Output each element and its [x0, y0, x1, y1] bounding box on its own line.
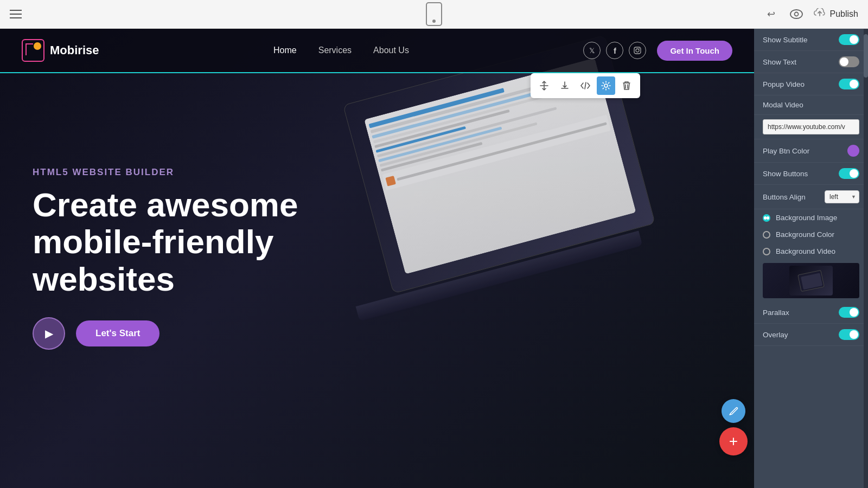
- bg-video-label: Background Video: [776, 247, 835, 255]
- nav-right: 𝕏 f Get In Touch: [583, 41, 732, 61]
- section-code-button[interactable]: [576, 76, 595, 95]
- nav-social: 𝕏 f: [583, 42, 646, 59]
- settings-show-text: Show Text: [754, 51, 868, 73]
- bg-color-label: Background Color: [776, 230, 834, 239]
- show-text-label: Show Text: [763, 58, 839, 66]
- bg-image-radio[interactable]: [763, 214, 770, 222]
- play-btn-color-label: Play Btn Color: [763, 147, 847, 155]
- overlay-label: Overlay: [763, 331, 839, 339]
- twitter-icon[interactable]: 𝕏: [583, 42, 601, 59]
- undo-icon[interactable]: ↩: [764, 7, 779, 22]
- hero-title-line2: mobile-friendly websites: [33, 223, 273, 297]
- settings-bg-color[interactable]: Background Color: [754, 226, 868, 243]
- toolbar-right: ↩ Publish: [764, 7, 858, 22]
- settings-show-subtitle: Show Subtitle: [754, 29, 868, 51]
- fab-edit-button[interactable]: [722, 399, 745, 423]
- bg-color-radio[interactable]: [763, 231, 770, 239]
- get-in-touch-button[interactable]: Get In Touch: [657, 41, 732, 61]
- bg-thumb-laptop: [797, 269, 825, 291]
- play-button[interactable]: ▶: [33, 317, 65, 350]
- publish-button[interactable]: Publish: [814, 8, 858, 21]
- buttons-align-dropdown-wrapper: left center right: [825, 190, 859, 203]
- nav-link-services[interactable]: Services: [318, 46, 352, 55]
- toolbar-center: [426, 2, 442, 26]
- settings-modal-video-label-row: Modal Video: [754, 95, 868, 115]
- settings-scrollbar[interactable]: [864, 29, 868, 488]
- toolbar-left: [10, 10, 22, 18]
- nav-link-home[interactable]: Home: [273, 46, 297, 55]
- svg-rect-2: [634, 47, 641, 54]
- settings-modal-video-input-row: [754, 115, 868, 139]
- mobile-preview-icon[interactable]: [426, 2, 442, 26]
- section-settings-button[interactable]: [597, 76, 615, 95]
- settings-overlay: Overlay: [754, 324, 868, 346]
- modal-video-input[interactable]: [763, 119, 859, 134]
- instagram-icon[interactable]: [629, 42, 646, 59]
- publish-label: Publish: [830, 9, 858, 19]
- preview-area: Mobirise Home Services About Us 𝕏 f: [0, 29, 754, 488]
- hamburger-menu-button[interactable]: [10, 10, 22, 18]
- scrollbar-thumb[interactable]: [864, 34, 868, 78]
- preview-nav: Mobirise Home Services About Us 𝕏 f: [0, 29, 754, 73]
- settings-parallax: Parallax: [754, 301, 868, 324]
- settings-panel: Show Subtitle Show Text Popup Video Moda…: [754, 29, 868, 488]
- hero-section: HTML5 WEBSITE BUILDER Create awesome mob…: [0, 29, 754, 488]
- settings-play-btn-color: Play Btn Color: [754, 139, 868, 163]
- svg-point-1: [794, 12, 798, 16]
- buttons-align-label: Buttons Align: [763, 193, 825, 201]
- bg-video-radio[interactable]: [763, 248, 770, 255]
- modal-video-label: Modal Video: [763, 101, 859, 109]
- top-toolbar: ↩ Publish: [0, 0, 868, 29]
- fab-add-button[interactable]: +: [719, 427, 748, 455]
- play-btn-color-swatch[interactable]: [847, 145, 859, 157]
- nav-links: Home Services About Us: [273, 46, 409, 55]
- hero-content: HTML5 WEBSITE BUILDER Create awesome mob…: [33, 167, 385, 350]
- hero-title-line1: Create awesome: [33, 186, 298, 223]
- settings-bg-video[interactable]: Background Video: [754, 243, 868, 260]
- section-delete-button[interactable]: [617, 76, 636, 95]
- popup-video-toggle[interactable]: [839, 79, 859, 89]
- show-subtitle-label: Show Subtitle: [763, 36, 839, 44]
- bg-thumbnail: [763, 263, 859, 298]
- popup-video-label: Popup Video: [763, 80, 839, 88]
- section-toolbar: [531, 73, 640, 98]
- brand-logo-sun: [34, 42, 41, 50]
- section-download-button[interactable]: [556, 76, 574, 95]
- svg-point-5: [604, 84, 608, 87]
- hero-title: Create awesome mobile-friendly websites: [33, 187, 385, 298]
- buttons-align-dropdown[interactable]: left center right: [825, 190, 859, 203]
- lets-start-button[interactable]: Let's Start: [76, 320, 159, 346]
- facebook-icon[interactable]: f: [606, 42, 623, 59]
- preview-icon[interactable]: [789, 7, 804, 22]
- hero-buttons: ▶ Let's Start: [33, 317, 385, 350]
- svg-point-3: [636, 49, 639, 52]
- bg-thumbnail-preview: [789, 266, 833, 296]
- hero-subtitle: HTML5 WEBSITE BUILDER: [33, 167, 385, 178]
- show-text-toggle[interactable]: [839, 56, 859, 67]
- section-move-button[interactable]: [535, 76, 553, 95]
- show-buttons-label: Show Buttons: [763, 170, 839, 178]
- main-area: Mobirise Home Services About Us 𝕏 f: [0, 29, 868, 488]
- publish-cloud-icon: [814, 8, 826, 21]
- overlay-toggle[interactable]: [839, 329, 859, 340]
- parallax-toggle[interactable]: [839, 307, 859, 318]
- svg-point-4: [639, 48, 640, 49]
- fab-add-icon: +: [729, 434, 738, 449]
- settings-popup-video: Popup Video: [754, 73, 868, 95]
- settings-bg-image[interactable]: Background Image: [754, 209, 868, 226]
- show-buttons-toggle[interactable]: [839, 168, 859, 179]
- settings-show-buttons: Show Buttons: [754, 163, 868, 185]
- parallax-label: Parallax: [763, 309, 839, 317]
- nav-brand: Mobirise: [22, 39, 99, 62]
- nav-link-about[interactable]: About Us: [373, 46, 409, 55]
- svg-point-0: [790, 10, 802, 18]
- brand-name: Mobirise: [50, 43, 99, 57]
- play-icon: ▶: [45, 327, 53, 340]
- settings-buttons-align: Buttons Align left center right: [754, 185, 868, 209]
- show-subtitle-toggle[interactable]: [839, 34, 859, 45]
- bg-image-label: Background Image: [776, 214, 837, 222]
- brand-logo: [22, 39, 44, 62]
